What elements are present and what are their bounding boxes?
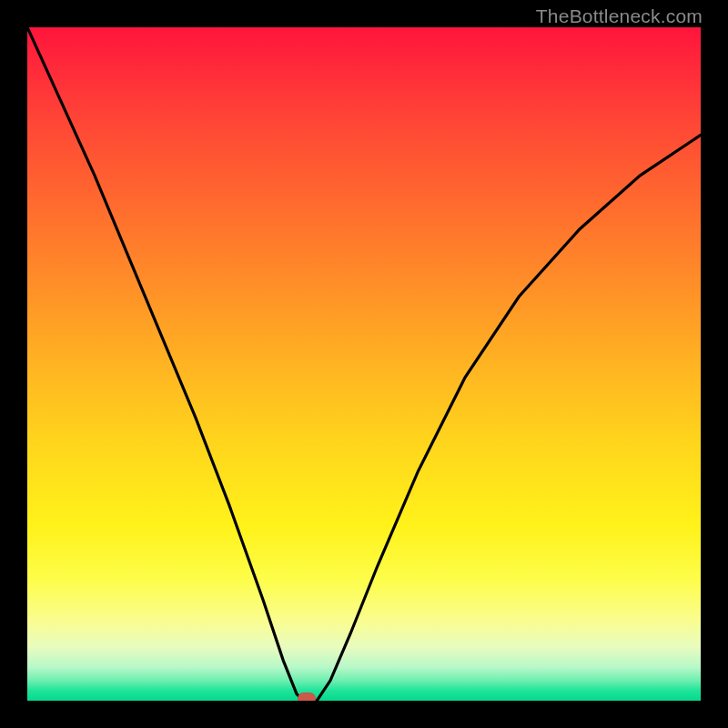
plot-area [27,27,701,701]
watermark-text: TheBottleneck.com [536,5,703,27]
curve-layer [27,27,701,701]
minimum-marker [298,693,316,701]
bottleneck-curve [27,27,701,701]
chart-frame: TheBottleneck.com [0,0,728,728]
